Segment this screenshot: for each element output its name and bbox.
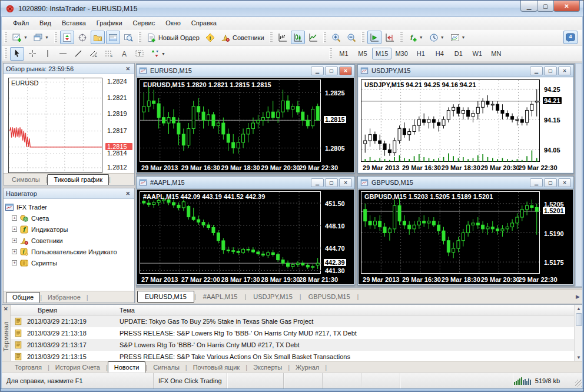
chart-window-titlebar[interactable]: USDJPY,M15▁▢✕ bbox=[358, 65, 573, 77]
dropdown-arrow-icon[interactable]: ▼ bbox=[440, 35, 444, 39]
terminal-tab-почтовый-ящик[interactable]: Почтовый ящик bbox=[187, 362, 245, 373]
crosshair-button[interactable] bbox=[25, 47, 39, 61]
news-row[interactable]: 2013/03/29 21:13:19UPDATE: Tokyo Gas To … bbox=[11, 315, 574, 327]
expert-warning-button[interactable]: ! bbox=[203, 31, 217, 44]
line-chart-button[interactable] bbox=[306, 31, 320, 44]
vertical-line-button[interactable] bbox=[41, 47, 55, 61]
chart-minimize-button[interactable]: ▁ bbox=[311, 67, 324, 75]
chart-window-titlebar[interactable]: #AAPL,M15▁▢✕ bbox=[137, 177, 354, 189]
news-column-topic[interactable]: Тема bbox=[120, 307, 135, 314]
timeframe-m5[interactable]: M5 bbox=[353, 48, 372, 59]
navigator-button[interactable] bbox=[91, 31, 105, 44]
timeframe-m30[interactable]: M30 bbox=[391, 48, 411, 59]
chart-close-button[interactable]: ✕ bbox=[558, 178, 571, 187]
chart-close-button[interactable]: ✕ bbox=[339, 67, 352, 75]
chart-close-button[interactable]: ✕ bbox=[558, 67, 571, 75]
minimize-button[interactable]: ▁ bbox=[520, 1, 537, 12]
market-watch-tab-ticks[interactable]: Тиковый график bbox=[47, 174, 109, 185]
menu-Справка[interactable]: Справка bbox=[186, 18, 222, 28]
fibonacci-button[interactable]: F bbox=[102, 47, 116, 61]
auto-scroll-button[interactable] bbox=[367, 31, 381, 44]
profiles-button[interactable]: ▼ bbox=[31, 31, 51, 44]
timeframe-m1[interactable]: M1 bbox=[334, 48, 353, 59]
maximize-button[interactable]: ▢ bbox=[537, 1, 554, 12]
new-chart-button[interactable]: ▼ bbox=[10, 31, 30, 44]
scroll-up-icon[interactable]: ▲ bbox=[576, 306, 581, 311]
terminal-close-icon[interactable]: ✕ bbox=[4, 306, 8, 312]
channel-button[interactable]: E bbox=[87, 47, 101, 61]
templates-button[interactable]: ▼ bbox=[448, 31, 468, 44]
expand-icon[interactable]: + bbox=[12, 227, 17, 232]
chart-client-area[interactable]: 1.28251.28051.281529 Mar 201329 Mar 16:3… bbox=[137, 78, 354, 172]
tab-scroll-right-icon[interactable]: ▶ bbox=[576, 294, 580, 300]
terminal-tab-журнал[interactable]: Журнал bbox=[290, 362, 325, 373]
chart-plot[interactable] bbox=[361, 79, 540, 162]
timeframe-h4[interactable]: H4 bbox=[430, 48, 449, 59]
bar-chart-button[interactable] bbox=[276, 31, 290, 44]
market-watch-tab-symbols[interactable]: Символы bbox=[6, 175, 46, 185]
chart-close-button[interactable]: ✕ bbox=[339, 178, 352, 187]
data-window-button[interactable] bbox=[75, 31, 89, 44]
scroll-down-icon[interactable]: ▼ bbox=[576, 355, 581, 360]
expand-icon[interactable]: + bbox=[12, 238, 17, 243]
chart-restore-button[interactable]: ▢ bbox=[325, 67, 338, 75]
news-row[interactable]: 2013/03/29 21:13:18PRESS RELEASE: S&P Lo… bbox=[11, 327, 574, 339]
expand-icon[interactable]: + bbox=[12, 260, 17, 265]
market-watch-button[interactable] bbox=[60, 31, 74, 44]
zoom-in-button[interactable] bbox=[329, 31, 343, 44]
arrows-button[interactable]: ▼ bbox=[148, 47, 168, 61]
news-row[interactable]: 2013/03/29 21:13:15PRESS RELEASE: S&P Ta… bbox=[11, 351, 574, 361]
dropdown-arrow-icon[interactable]: ▼ bbox=[161, 52, 165, 56]
chart-window-titlebar[interactable]: EURUSD,M15▁▢✕ bbox=[137, 65, 354, 77]
trendline-button[interactable] bbox=[71, 47, 85, 61]
indicators-button[interactable]: f▼ bbox=[406, 31, 426, 44]
terminal-tab-торговля[interactable]: Торговля bbox=[9, 362, 48, 373]
tick-chart[interactable]: EURUSD bbox=[8, 78, 102, 173]
chart-window-titlebar[interactable]: GBPUSD,M15▁▢✕ bbox=[358, 177, 573, 189]
terminal-button[interactable] bbox=[106, 31, 120, 44]
navigator-item-ifx-trader[interactable]: IFX Trader bbox=[5, 201, 133, 212]
strategy-tester-button[interactable] bbox=[121, 31, 135, 44]
chart-shift-button[interactable] bbox=[383, 31, 397, 44]
timeframe-w1[interactable]: W1 bbox=[468, 48, 487, 59]
expand-icon[interactable]: + bbox=[12, 215, 17, 221]
navigator-item-пользовательские-индикато[interactable]: +fПользовательские Индикато bbox=[5, 246, 133, 257]
timeframe-mn[interactable]: MN bbox=[487, 48, 506, 59]
candlestick-button[interactable] bbox=[291, 31, 305, 44]
resize-grip[interactable] bbox=[575, 380, 582, 387]
workspace-scrollbar[interactable] bbox=[575, 63, 582, 287]
menu-Окно[interactable]: Окно bbox=[160, 18, 186, 28]
timeframe-h1[interactable]: H1 bbox=[412, 48, 430, 59]
scrollbar-thumb[interactable] bbox=[576, 313, 582, 326]
chart-restore-button[interactable]: ▢ bbox=[544, 67, 557, 75]
chart-plot[interactable] bbox=[140, 79, 321, 162]
chart-restore-button[interactable]: ▢ bbox=[325, 178, 338, 187]
menu-Вид[interactable]: Вид bbox=[34, 18, 57, 28]
menu-Сервис[interactable]: Сервис bbox=[128, 18, 161, 28]
navigator-item-индикаторы[interactable]: +fИндикаторы bbox=[5, 224, 133, 235]
navigator-tab-favorites[interactable]: Избранное bbox=[42, 293, 87, 303]
chart-client-area[interactable]: 1.52051.51901.51751.520129 Mar 201329 Ma… bbox=[359, 190, 573, 284]
periods-button[interactable]: ▼ bbox=[427, 31, 447, 44]
timeframe-d1[interactable]: D1 bbox=[449, 48, 468, 59]
chart-client-area[interactable]: 94.2594.1594.0594.2129 Mar 201329 Mar 16… bbox=[359, 78, 573, 172]
navigator-item-скрипты[interactable]: +Скрипты bbox=[5, 257, 133, 268]
chart-plot[interactable] bbox=[140, 191, 321, 274]
dropdown-arrow-icon[interactable]: ▼ bbox=[462, 35, 466, 39]
market-watch-close-icon[interactable]: ✕ bbox=[124, 66, 132, 72]
close-button[interactable]: ✕ bbox=[553, 1, 580, 12]
expand-icon[interactable]: + bbox=[12, 249, 17, 254]
terminal-vertical-tab[interactable]: Терминал bbox=[2, 313, 10, 360]
dropdown-arrow-icon[interactable]: ▼ bbox=[419, 35, 423, 39]
chart-plot[interactable] bbox=[361, 191, 540, 274]
menu-Вставка[interactable]: Вставка bbox=[57, 18, 91, 28]
chart-restore-button[interactable]: ▢ bbox=[544, 178, 557, 187]
navigator-item-счета[interactable]: +Счета bbox=[5, 212, 133, 224]
menu-Графики[interactable]: Графики bbox=[91, 18, 128, 28]
dropdown-arrow-icon[interactable]: ▼ bbox=[24, 35, 28, 39]
chart-minimize-button[interactable]: ▁ bbox=[530, 67, 543, 75]
experts-button[interactable]: Советники bbox=[218, 31, 267, 44]
menu-Файл[interactable]: Файл bbox=[8, 18, 34, 28]
terminal-tab-новости[interactable]: Новости bbox=[108, 361, 146, 373]
horizontal-line-button[interactable] bbox=[56, 47, 70, 61]
